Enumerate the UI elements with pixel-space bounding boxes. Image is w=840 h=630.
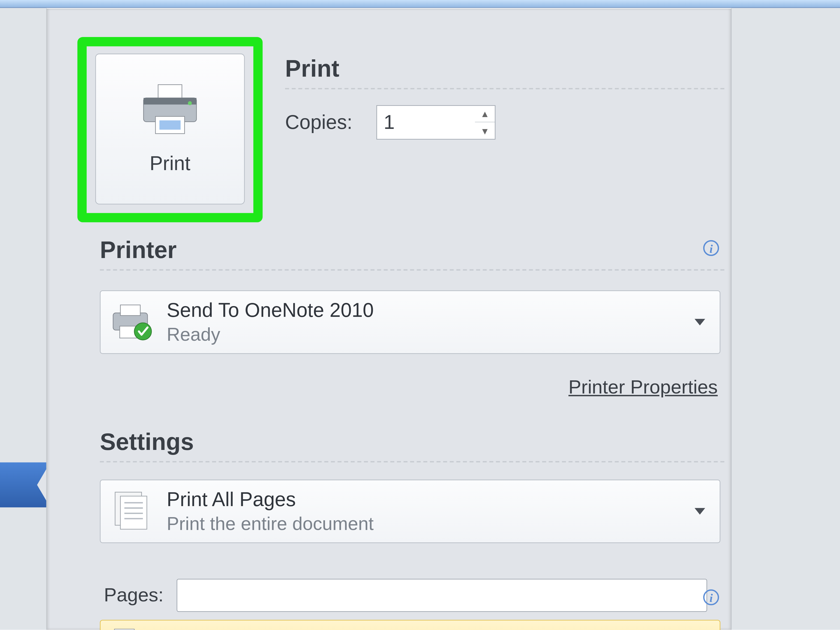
svg-rect-7 (120, 305, 141, 316)
copies-label: Copies: (285, 111, 352, 134)
backstage-nav-print-tab[interactable] (0, 462, 50, 507)
svg-point-9 (134, 323, 152, 340)
copies-spinner[interactable]: 1 ▲ ▼ (376, 105, 496, 140)
print-section-divider (285, 88, 724, 89)
chevron-down-icon (695, 319, 705, 325)
printer-section-heading: Printer (100, 236, 725, 264)
print-button-label: Print (150, 152, 190, 175)
pages-stack-icon (110, 488, 156, 534)
printer-section-divider (100, 269, 725, 271)
svg-rect-16 (114, 629, 134, 630)
printer-select-dropdown[interactable]: Send To OneNote 2010 Ready (100, 291, 720, 354)
printer-info-icon[interactable]: i (703, 240, 719, 256)
printer-select-texts: Send To OneNote 2010 Ready (167, 299, 374, 345)
printer-selected-name: Send To OneNote 2010 (167, 299, 374, 321)
settings-section-divider (100, 461, 725, 462)
page-range-subtitle: Print the entire document (167, 514, 374, 534)
copies-spinner-arrows: ▲ ▼ (475, 106, 495, 139)
page-range-dropdown[interactable]: Print All Pages Print the entire documen… (100, 480, 720, 543)
pages-label: Pages: (104, 584, 164, 606)
print-button[interactable]: Print (95, 54, 245, 204)
window-top-strip (0, 0, 840, 8)
single-page-icon (110, 626, 144, 630)
copies-increment-button[interactable]: ▲ (475, 106, 495, 122)
chevron-down-icon (695, 508, 705, 515)
print-sided-dropdown[interactable]: Print One Sided (100, 620, 720, 630)
settings-section-heading: Settings (100, 428, 725, 456)
pages-input[interactable] (177, 579, 707, 612)
printer-properties-link[interactable]: Printer Properties (568, 376, 718, 398)
page-range-title: Print All Pages (167, 488, 374, 510)
printer-icon (140, 84, 201, 139)
printer-selected-status: Ready (167, 325, 374, 346)
printer-ready-icon (110, 299, 156, 345)
svg-rect-4 (159, 120, 181, 129)
print-backstage-panel: Print Print Copies: 1 ▲ ▼ Printer i (46, 8, 732, 630)
pages-info-icon[interactable]: i (703, 589, 719, 605)
print-backstage-stage: Print Print Copies: 1 ▲ ▼ Printer i (0, 0, 840, 630)
page-range-texts: Print All Pages Print the entire documen… (167, 488, 374, 534)
print-section-title: Print (285, 55, 724, 83)
copies-value[interactable]: 1 (377, 106, 475, 139)
svg-point-5 (188, 101, 192, 105)
copies-decrement-button[interactable]: ▼ (475, 122, 495, 139)
